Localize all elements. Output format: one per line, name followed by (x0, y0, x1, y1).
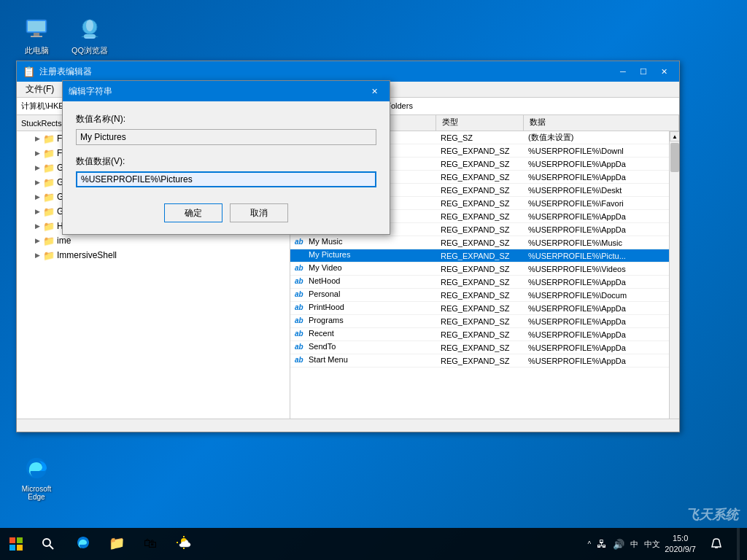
expand-icon: ▶ (31, 235, 43, 246)
scroll-up-btn[interactable]: ▲ (670, 131, 679, 141)
col-type-header: 类型 (436, 115, 524, 131)
registry-editor-titlebar: 📋 注册表编辑器 ─ ☐ ✕ (17, 61, 679, 82)
qq-browser-label: QQ浏览器 (71, 45, 108, 56)
svg-rect-1 (34, 33, 39, 36)
show-desktop-button[interactable] (737, 528, 740, 560)
minimize-button[interactable]: ─ (614, 64, 632, 79)
taskbar: 📁 🛍 ^ 🖧 🔊 中 中文 15:0 (0, 528, 747, 560)
taskbar-clock[interactable]: 15:0 2020/9/7 (665, 533, 696, 556)
svg-rect-8 (17, 537, 23, 543)
tray-ime[interactable]: 中 (630, 539, 638, 550)
tray-lang[interactable]: 中文 (644, 539, 660, 550)
desktop-icon-this-pc[interactable]: 此电脑 (11, 11, 62, 59)
tree-label: ime (57, 236, 71, 246)
system-tray: ^ 🖧 🔊 中 中文 (587, 538, 660, 550)
desktop-icon-edge[interactable]: MicrosoftEdge (11, 451, 62, 504)
svg-rect-14 (183, 536, 185, 537)
taskbar-app-store[interactable]: 🛍 (134, 529, 166, 559)
cancel-button[interactable]: 取消 (230, 203, 288, 222)
val-data: %USERPROFILE%\Music (524, 238, 679, 247)
ab-icon: ab (295, 356, 306, 366)
tray-expand[interactable]: ^ (587, 540, 591, 548)
val-type: REG_EXPAND_SZ (436, 291, 524, 300)
expand-icon: ▶ (31, 176, 43, 188)
val-data: %USERPROFILE%\AppDa (524, 278, 679, 287)
scroll-thumb[interactable] (670, 143, 679, 172)
value-data-input[interactable] (76, 171, 376, 187)
val-type: REG_EXPAND_SZ (436, 225, 524, 234)
value-row[interactable]: abMy MusicREG_EXPAND_SZ%USERPROFILE%\Mus… (290, 236, 679, 249)
val-type: REG_EXPAND_SZ (436, 252, 524, 260)
value-row[interactable]: abMy VideoREG_EXPAND_SZ%USERPROFILE%\Vid… (290, 262, 679, 276)
expand-icon: ▶ (31, 147, 43, 159)
value-row[interactable]: abSendToREG_EXPAND_SZ%USERPROFILE%\AppDa (290, 341, 679, 354)
val-data: %USERPROFILE%\AppDa (524, 173, 679, 182)
notification-center-button[interactable] (700, 528, 732, 560)
svg-rect-2 (31, 36, 42, 37)
val-type: REG_EXPAND_SZ (436, 304, 524, 313)
svg-rect-16 (177, 542, 178, 543)
value-name-input[interactable] (76, 129, 376, 145)
start-button[interactable] (0, 528, 32, 560)
ab-icon: ab (295, 343, 306, 353)
registry-editor-title: 注册表编辑器 (39, 66, 614, 78)
val-type: REG_EXPAND_SZ (436, 238, 524, 247)
value-row[interactable]: abProgramsREG_EXPAND_SZ%USERPROFILE%\App… (290, 315, 679, 328)
taskbar-right: ^ 🖧 🔊 中 中文 15:0 2020/9/7 (587, 528, 747, 560)
val-data: %USERPROFILE%\AppDa (524, 330, 679, 339)
svg-point-5 (86, 20, 93, 31)
ok-button[interactable]: 确定 (164, 203, 222, 222)
val-data: %USERPROFILE%\Downl (524, 147, 679, 155)
val-type: REG_EXPAND_SZ (436, 330, 524, 339)
val-type: REG_EXPAND_SZ (436, 173, 524, 182)
desktop-icon-qq-browser[interactable]: QQ浏览器 (64, 11, 115, 59)
taskbar-app-weather[interactable] (168, 529, 200, 559)
tree-item-ime[interactable]: ▶ 📁 ime (17, 233, 290, 248)
val-data: %USERPROFILE%\AppDa (524, 304, 679, 313)
value-row[interactable]: abRecentREG_EXPAND_SZ%USERPROFILE%\AppDa (290, 328, 679, 341)
value-row[interactable]: abNetHoodREG_EXPAND_SZ%USERPROFILE%\AppD… (290, 276, 679, 289)
expand-icon: ▶ (31, 133, 43, 144)
menu-file[interactable]: 文件(F) (20, 82, 60, 97)
folder-icon: 📁 (43, 192, 55, 202)
value-row[interactable]: abMy PicturesREG_EXPAND_SZ%USERPROFILE%\… (290, 249, 679, 262)
val-name: abPrintHood (290, 303, 436, 314)
close-button[interactable]: ✕ (654, 64, 673, 79)
expand-icon: ▶ (31, 249, 43, 261)
val-data: %USERPROFILE%\AppDa (524, 343, 679, 352)
val-data: %USERPROFILE%\Docum (524, 291, 679, 300)
val-type: REG_EXPAND_SZ (436, 265, 524, 273)
val-data: %USERPROFILE%\AppDa (524, 160, 679, 168)
value-row[interactable]: abPrintHoodREG_EXPAND_SZ%USERPROFILE%\Ap… (290, 302, 679, 315)
taskbar-app-explorer[interactable]: 📁 (101, 529, 133, 559)
dialog-buttons: 确定 取消 (76, 203, 376, 222)
tray-volume[interactable]: 🔊 (613, 539, 624, 550)
vertical-scrollbar[interactable]: ▲ ▼ (669, 131, 679, 432)
val-type: REG_EXPAND_SZ (436, 278, 524, 287)
val-type: REG_EXPAND_SZ (436, 317, 524, 326)
ab-icon: ab (295, 264, 306, 274)
tray-network: 🖧 (597, 538, 607, 550)
ab-icon: ab (295, 238, 306, 248)
dialog-close-button[interactable]: ✕ (365, 84, 384, 98)
svg-line-12 (50, 545, 53, 549)
ab-icon: ab (295, 290, 306, 300)
val-data: %USERPROFILE%\Favori (524, 199, 679, 208)
maximize-button[interactable]: ☐ (634, 64, 653, 79)
search-button[interactable] (32, 528, 64, 560)
value-row[interactable]: abStart MenuREG_EXPAND_SZ%USERPROFILE%\A… (290, 354, 679, 368)
tree-item-immersiveshell[interactable]: ▶ 📁 ImmersiveShell (17, 248, 290, 262)
taskbar-app-edge[interactable] (67, 529, 99, 559)
value-data-label: 数值数据(V): (76, 155, 376, 168)
edge-desktop-icon (22, 454, 51, 483)
value-row[interactable]: abPersonalREG_EXPAND_SZ%USERPROFILE%\Doc… (290, 289, 679, 302)
col-data-header: 数据 (524, 115, 679, 131)
edit-string-dialog: 编辑字符串 ✕ 数值名称(N): 数值数据(V): 确定 取消 (62, 80, 390, 235)
tree-label: ImmersiveShell (57, 250, 117, 260)
val-type: REG_EXPAND_SZ (436, 186, 524, 195)
val-name: abStart Menu (290, 355, 436, 366)
val-name: abMy Video (290, 263, 436, 274)
svg-rect-7 (9, 537, 15, 543)
taskbar-apps: 📁 🛍 (64, 529, 203, 559)
svg-rect-10 (17, 545, 23, 551)
